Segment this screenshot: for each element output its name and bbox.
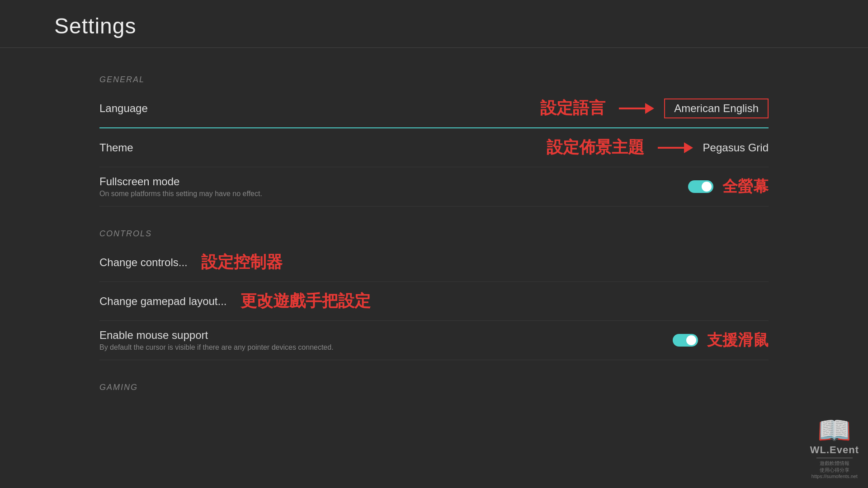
spacer-2 [99, 360, 769, 369]
change-gamepad-row: Change gamepad layout... 更改遊戲手把設定 [99, 282, 769, 321]
settings-content: GENERAL Language 設定語言 American English T… [0, 48, 868, 410]
fullscreen-label: Fullscreen mode [99, 175, 688, 188]
watermark-url: https://sumofents.net [810, 474, 859, 479]
watermark-tagline: 使用心得分享 [810, 467, 859, 474]
theme-label: Theme [99, 141, 235, 154]
mouse-support-row: Enable mouse support By default the curs… [99, 321, 769, 360]
fullscreen-setting-row: Fullscreen mode On some platforms this s… [99, 167, 769, 206]
watermark: 📖 WL.Event 遊戲軟體情報 使用心得分享 https://sumofen… [810, 417, 859, 479]
language-annotation: 設定語言 [540, 97, 605, 119]
spacer-1 [99, 206, 769, 216]
watermark-book-icon: 📖 [810, 417, 859, 444]
theme-annotation: 設定佈景主題 [547, 136, 644, 159]
fullscreen-annotation: 全螢幕 [722, 176, 769, 197]
fullscreen-toggle[interactable] [688, 180, 713, 193]
language-right: 設定語言 American English [540, 97, 769, 119]
change-controls-annotation: 設定控制器 [201, 251, 283, 273]
page-header: Settings [0, 0, 868, 48]
theme-right: 設定佈景主題 Pegasus Grid [547, 136, 769, 159]
theme-value[interactable]: Pegasus Grid [703, 141, 769, 154]
mouse-support-right: 支援滑鼠 [673, 330, 769, 351]
mouse-support-toggle[interactable] [673, 334, 698, 347]
change-controls-link[interactable]: Change controls... [99, 256, 188, 269]
section-general: GENERAL [99, 75, 769, 84]
svg-marker-1 [645, 103, 654, 114]
mouse-support-label-block: Enable mouse support By default the curs… [99, 329, 673, 352]
fullscreen-sublabel: On some platforms this setting may have … [99, 190, 688, 198]
section-gaming: GAMING [99, 383, 769, 392]
change-gamepad-link[interactable]: Change gamepad layout... [99, 295, 227, 308]
watermark-subtitle: 遊戲軟體情報 [810, 460, 859, 467]
theme-arrow [658, 140, 694, 156]
watermark-divider [816, 458, 853, 458]
mouse-support-annotation: 支援滑鼠 [707, 330, 769, 351]
language-value[interactable]: American English [664, 99, 769, 118]
theme-setting-row: Theme 設定佈景主題 Pegasus Grid [99, 128, 769, 167]
fullscreen-right: 全螢幕 [688, 176, 769, 197]
language-label: Language [99, 102, 235, 115]
section-controls: CONTROLS [99, 229, 769, 239]
change-controls-row: Change controls... 設定控制器 [99, 243, 769, 282]
mouse-support-label: Enable mouse support [99, 329, 673, 342]
svg-marker-3 [684, 142, 693, 153]
mouse-support-sublabel: By default the cursor is visible if ther… [99, 343, 673, 352]
language-arrow [619, 100, 655, 117]
language-setting-row: Language 設定語言 American English [99, 89, 769, 128]
watermark-title: WL.Event [810, 444, 859, 456]
fullscreen-label-block: Fullscreen mode On some platforms this s… [99, 175, 688, 198]
change-gamepad-annotation: 更改遊戲手把設定 [241, 290, 371, 312]
page-title: Settings [54, 14, 814, 38]
